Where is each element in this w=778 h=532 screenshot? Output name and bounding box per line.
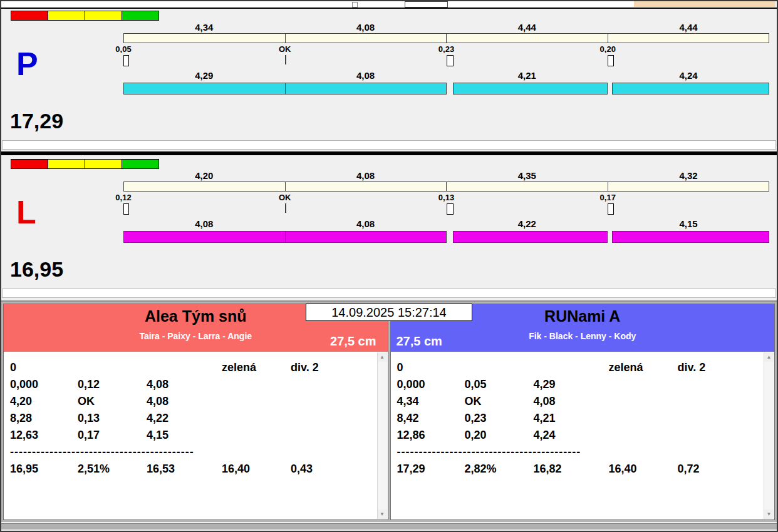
traffic-light-yellow-icon	[48, 159, 85, 169]
change-markers	[123, 202, 769, 218]
change-time: 0,12	[78, 378, 147, 391]
ok-marker-line	[285, 203, 286, 213]
leg-time-labels: 4,34 4,08 4,44 4,44	[123, 22, 769, 33]
change-time: 0,20	[600, 44, 616, 54]
leg-time: 4,44	[447, 22, 608, 33]
leg-bar-segment	[123, 182, 286, 192]
split-time: 4,29	[123, 70, 285, 81]
split-row: 0,000 0,12 4,08	[10, 376, 373, 393]
leg-time: 4,34	[123, 22, 285, 33]
window-bottom-bar	[1, 523, 777, 529]
run-bar-segment	[285, 83, 447, 95]
change-time: 0,13	[78, 412, 147, 425]
split-time: 4,08	[123, 218, 285, 230]
traffic-light-yellow-icon	[85, 159, 122, 169]
cumulative-time: 12,86	[397, 429, 465, 442]
loss-percent: 2,51%	[78, 463, 147, 476]
split-time: 4,29	[534, 378, 609, 391]
change-time: OK	[465, 395, 534, 408]
app-window: P 17,29 4,34 4,08 4,44 4,44 0,05 OK 0,23…	[0, 0, 778, 532]
info-row: 0 zelená div. 2	[397, 359, 760, 376]
scroll-up-icon[interactable]: ▲	[378, 352, 387, 362]
traffic-light-yellow-icon	[48, 11, 85, 21]
info-row: 0 zelená div. 2	[10, 359, 373, 376]
change-time: 0,13	[438, 193, 454, 202]
results-section: Alea Tým snů Taira - Paixy - Larra - Ang…	[1, 300, 777, 522]
lane-total-time: 16,95	[10, 257, 63, 282]
start-number: 0	[10, 361, 78, 374]
traffic-light-red-icon	[11, 11, 48, 21]
run-bar	[123, 231, 769, 243]
traffic-light-red-icon	[11, 159, 48, 169]
team-panel-right: RUNami A Fik - Black - Lenny - Kody 27,5…	[390, 304, 775, 520]
change-marker-box	[123, 55, 129, 66]
team-results-table: 0 zelená div. 2 0,000 0,05 4,29 4,34 OK …	[391, 352, 775, 519]
scrollbar[interactable]: ▲ ▼	[377, 352, 387, 519]
leg-bar-segment	[123, 33, 286, 43]
jump-height: 27,5 cm	[397, 334, 442, 349]
run-bar-segment	[612, 83, 769, 95]
split-row: 12,63 0,17 4,15	[10, 427, 373, 444]
separator-line: ----------------------------------------…	[397, 444, 760, 461]
lane-panel-l: L 16,95 4,20 4,08 4,35 4,32 0,12 OK 0,13…	[1, 157, 777, 298]
change-time: OK	[78, 395, 147, 408]
change-time-labels: 0,05 OK 0,23 0,20	[123, 43, 769, 54]
split-time: 4,24	[608, 70, 769, 81]
split-time: 4,21	[534, 412, 609, 425]
split-row: 12,86 0,20 4,24	[397, 427, 760, 444]
change-time: 0,05	[115, 44, 131, 54]
split-time: 4,08	[285, 218, 447, 230]
team-dogs: Fik - Black - Lenny - Kody	[391, 331, 775, 341]
split-time: 4,15	[147, 429, 222, 442]
light-status: zelená	[609, 361, 678, 374]
total-time: 17,29	[397, 463, 465, 476]
cumulative-time: 8,42	[397, 412, 465, 425]
best-time: 16,40	[222, 463, 291, 476]
team-panel-left: Alea Tým snů Taira - Paixy - Larra - Ang…	[3, 304, 388, 520]
cumulative-time: 8,28	[10, 412, 78, 425]
run-bar-segment	[612, 231, 769, 243]
change-time: 0,23	[465, 412, 534, 425]
leg-bar-segment	[446, 182, 608, 192]
leg-time: 4,32	[608, 170, 769, 182]
sum-of-splits: 16,53	[147, 463, 222, 476]
cumulative-time: 0,000	[397, 378, 465, 391]
cumulative-time: 0,000	[10, 378, 78, 391]
split-time: 4,15	[608, 218, 769, 230]
change-time: 0,20	[465, 429, 534, 442]
leg-bar-segment	[446, 33, 608, 43]
totals-row: 17,29 2,82% 16,82 16,40 0,72	[397, 461, 760, 478]
traffic-light-yellow-icon	[85, 11, 122, 21]
change-time: OK	[279, 44, 291, 54]
lane-track: 4,20 4,08 4,35 4,32 0,12 OK 0,13 0,17	[123, 157, 769, 243]
leg-bar-segment	[285, 182, 447, 192]
leg-time: 4,44	[608, 22, 769, 33]
cumulative-time: 4,34	[397, 395, 465, 408]
split-row: 8,28 0,13 4,22	[10, 410, 373, 427]
scrollbar[interactable]: ▲ ▼	[764, 352, 774, 519]
change-time: 0,23	[438, 44, 454, 54]
change-marker-box	[123, 203, 129, 215]
scroll-down-icon[interactable]: ▼	[764, 509, 774, 519]
change-time: OK	[279, 193, 291, 202]
time-difference: 0,43	[291, 463, 373, 476]
cumulative-time: 12,63	[10, 429, 78, 442]
change-marker-box	[608, 203, 614, 215]
titlebar-tick	[352, 2, 358, 8]
leg-bar	[123, 33, 769, 43]
leg-time-labels: 4,20 4,08 4,35 4,32	[123, 170, 769, 182]
team-results-table: 0 zelená div. 2 0,000 0,12 4,08 4,20 OK …	[4, 352, 388, 519]
scroll-up-icon[interactable]: ▲	[764, 352, 774, 362]
lane-panel-p: P 17,29 4,34 4,08 4,44 4,44 0,05 OK 0,23…	[1, 9, 777, 150]
change-time: 0,17	[600, 193, 616, 202]
run-bar-segment	[123, 231, 285, 243]
split-row: 4,34 OK 4,08	[397, 393, 760, 410]
leg-time: 4,35	[447, 170, 608, 182]
split-time: 4,08	[534, 395, 609, 408]
run-bar-segment	[123, 83, 285, 95]
run-bar-segment	[285, 231, 447, 243]
split-time: 4,21	[447, 70, 608, 81]
scroll-down-icon[interactable]: ▼	[378, 509, 387, 519]
split-time: 4,24	[534, 429, 609, 442]
run-bar-segment	[453, 231, 608, 243]
